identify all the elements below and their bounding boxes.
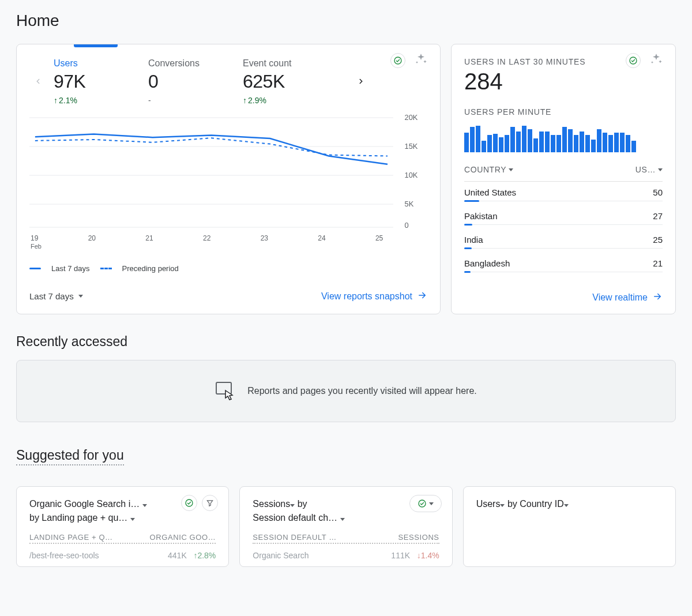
- svg-point-13: [186, 499, 193, 506]
- svg-text:20K: 20K: [405, 113, 418, 122]
- legend-swatch-prev: [100, 268, 112, 269]
- top-row: Users 97K ↑2.1% Conversions 0 - Event co…: [16, 44, 676, 314]
- suggested-card-users-country[interactable]: Users by Country ID: [463, 486, 676, 567]
- dropdown-icon[interactable]: [340, 518, 345, 521]
- metric-change: ↑2.1%: [54, 96, 137, 105]
- dropdown-icon[interactable]: [130, 518, 135, 521]
- svg-text:5K: 5K: [405, 200, 414, 208]
- realtime-value: 284: [464, 69, 663, 95]
- metric-label: Users: [54, 58, 137, 69]
- table-row[interactable]: United States50: [464, 182, 663, 201]
- arrow-right-icon: [417, 290, 427, 303]
- metric-users[interactable]: Users 97K ↑2.1%: [49, 58, 141, 105]
- svg-text:15K: 15K: [405, 142, 418, 151]
- filter-icon[interactable]: [202, 495, 218, 511]
- dropdown-icon: [429, 502, 434, 505]
- metric-label: Conversions: [148, 58, 231, 69]
- svg-text:10K: 10K: [405, 171, 418, 179]
- suggested-card-sessions[interactable]: Sessions by Session default ch… SESSION …: [239, 486, 452, 567]
- metric-value: 625K: [243, 71, 343, 92]
- arrow-right-icon: [652, 291, 663, 304]
- suggested-card-organic-search[interactable]: Organic Google Search i… by Landing page…: [16, 486, 229, 567]
- card-columns: SESSION DEFAULT … SESSIONS: [253, 533, 439, 544]
- dropdown-icon: [509, 168, 513, 171]
- metric-value: 0: [148, 71, 231, 92]
- dropdown-icon[interactable]: [564, 504, 569, 507]
- realtime-card: USERS IN LAST 30 MINUTES 284 USERS PER M…: [451, 44, 676, 314]
- suggested-row: Organic Google Search i… by Landing page…: [16, 486, 676, 567]
- metric-conversions[interactable]: Conversions 0 -: [144, 58, 236, 105]
- view-realtime-link[interactable]: View realtime: [592, 291, 663, 304]
- users-column-header[interactable]: US…: [635, 165, 663, 174]
- sparkle-icon[interactable]: [413, 52, 428, 69]
- dropdown-icon[interactable]: [290, 504, 295, 507]
- table-row[interactable]: India25: [464, 229, 663, 249]
- sparkle-icon[interactable]: [649, 52, 664, 69]
- svg-rect-12: [216, 382, 231, 394]
- chart-legend: Last 7 days Preceding period: [29, 264, 427, 273]
- active-tab-indicator: [74, 44, 118, 47]
- check-icon[interactable]: [626, 53, 641, 68]
- suggested-title: Suggested for you: [16, 448, 124, 465]
- arrow-up-icon: ↑: [243, 96, 247, 105]
- svg-point-0: [394, 57, 401, 64]
- metric-label: Event count: [243, 58, 343, 69]
- svg-text:0: 0: [405, 221, 409, 230]
- legend-swatch-current: [29, 268, 41, 269]
- chevron-right-icon[interactable]: [352, 58, 370, 104]
- check-icon[interactable]: [181, 495, 197, 511]
- check-dropdown[interactable]: [409, 495, 442, 512]
- arrow-up-icon: ↑: [54, 96, 58, 105]
- recently-accessed-empty: Reports and pages you recently visited w…: [16, 360, 676, 422]
- table-row: /best-free-seo-tools 441K ↑2.8%: [29, 551, 216, 560]
- page-title: Home: [16, 12, 676, 30]
- country-table-header: COUNTRY US…: [464, 165, 663, 182]
- svg-point-11: [630, 57, 637, 64]
- overview-card: Users 97K ↑2.1% Conversions 0 - Event co…: [16, 44, 441, 314]
- metric-change: ↑2.9%: [243, 96, 343, 105]
- recently-accessed-title: Recently accessed: [16, 334, 676, 350]
- table-row: Organic Search 111K ↓1.4%: [253, 551, 439, 560]
- table-row[interactable]: Bangladesh21: [464, 253, 663, 272]
- legend-label-current: Last 7 days: [51, 264, 90, 273]
- view-reports-snapshot-link[interactable]: View reports snapshot: [321, 290, 427, 303]
- metric-value: 97K: [54, 71, 137, 92]
- users-per-minute-label: USERS PER MINUTE: [464, 107, 663, 117]
- empty-text: Reports and pages you recently visited w…: [247, 386, 477, 396]
- users-per-minute-chart: [464, 122, 663, 152]
- cursor-icon: [215, 381, 238, 401]
- metric-change: -: [148, 96, 231, 105]
- svg-point-14: [419, 500, 426, 507]
- chart-x-axis: 19Feb 20 21 22 23 24 25: [29, 234, 427, 250]
- table-row[interactable]: Pakistan27: [464, 205, 663, 225]
- dropdown-icon[interactable]: [142, 504, 147, 507]
- chevron-left-icon[interactable]: [29, 58, 47, 104]
- card-title: Users by Country ID: [476, 497, 663, 511]
- metric-event-count[interactable]: Event count 625K ↑2.9%: [238, 58, 348, 105]
- dropdown-icon: [78, 295, 83, 298]
- country-table-body: United States50Pakistan27India25Banglade…: [464, 182, 663, 273]
- metrics-row: Users 97K ↑2.1% Conversions 0 - Event co…: [29, 58, 427, 105]
- date-range-select[interactable]: Last 7 days: [29, 288, 83, 305]
- dropdown-icon[interactable]: [500, 504, 505, 507]
- check-icon[interactable]: [390, 53, 405, 68]
- dropdown-icon: [658, 168, 663, 171]
- legend-label-prev: Preceding period: [122, 264, 179, 273]
- users-line-chart: 20K 15K 10K 5K 0: [29, 112, 427, 233]
- country-column-header[interactable]: COUNTRY: [464, 165, 513, 174]
- card-columns: LANDING PAGE + Q… ORGANIC GOO…: [29, 533, 216, 544]
